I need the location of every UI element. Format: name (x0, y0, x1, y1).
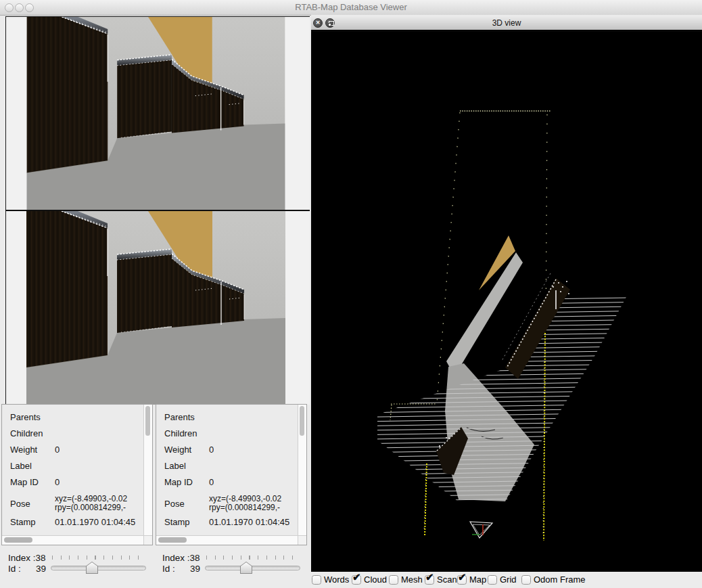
scrollbar-thumb[interactable] (300, 406, 304, 436)
slider-thumb[interactable] (86, 562, 98, 574)
toggle-map[interactable]: ✔Map (457, 574, 486, 585)
field-label: Weight (10, 445, 55, 455)
field-label: Parents (164, 412, 209, 423)
slider-thumb[interactable] (240, 562, 252, 574)
scrollbar-thumb[interactable] (158, 537, 187, 543)
id-readout: Id :39 (8, 564, 21, 574)
field-value: 01.01.1970 01:04:45 (55, 517, 135, 528)
index-readout: Index :38 (8, 553, 46, 563)
checkbox[interactable]: ✔ (312, 575, 321, 585)
id-readout: Id :39 (162, 564, 175, 574)
field-value: 0 (55, 477, 60, 488)
field-label: Children (10, 428, 55, 439)
horizontal-scrollbar[interactable] (2, 535, 144, 545)
toggle-cloud[interactable]: ✔Cloud (352, 574, 387, 585)
scrollbar-thumb[interactable] (4, 537, 32, 543)
horizontal-scrollbar[interactable] (156, 535, 298, 545)
checkmark-icon: ✔ (352, 571, 361, 583)
checkbox[interactable]: ✔ (425, 575, 434, 585)
field-label: Map ID (10, 477, 55, 488)
field-label: Pose (10, 499, 55, 509)
frame-selector-a: Index :38 Id :39 (5, 550, 150, 579)
node-info-panel-a: Parents Children Weight0 Label Map ID0 P… (1, 404, 153, 545)
3d-view-dock: 3D view (311, 15, 702, 588)
checkbox[interactable]: ✔ (488, 575, 497, 585)
camera-image-view-b[interactable] (26, 211, 285, 405)
rtabmap-database-viewer-window: RTAB-Map Database Viewer (0, 0, 702, 588)
dock-title: 3D view (311, 18, 702, 28)
field-label: Pose (164, 499, 209, 509)
frame-selector-b: Index :38 Id :39 (160, 550, 304, 579)
toggle-scan[interactable]: ✔Scan (425, 574, 457, 585)
scrollbar-corner (143, 535, 152, 545)
field-value: xyz=(-8.49903,-0.02rpy=(0.000814299,- (55, 495, 127, 513)
field-label: Map ID (164, 477, 209, 488)
scrollbar-thumb[interactable] (145, 406, 150, 436)
vertical-scrollbar[interactable] (143, 405, 152, 536)
render-toggle-bar: ✔Words ✔Cloud ✔Mesh ✔Scan ✔Map ✔Grid ✔Od… (311, 572, 702, 588)
field-value: 0 (209, 477, 214, 488)
field-value: 0 (209, 445, 214, 455)
field-label: Children (164, 428, 209, 439)
checkmark-icon: ✔ (425, 571, 434, 583)
dock-header: 3D view (311, 16, 702, 32)
field-label: Stamp (164, 517, 209, 528)
field-value: 0 (55, 445, 60, 455)
scrollbar-corner (298, 535, 306, 545)
field-value: 01.01.1970 01:04:45 (209, 517, 289, 528)
field-label: Weight (164, 445, 209, 455)
field-value: xyz=(-8.49903,-0.02rpy=(0.000814299,- (209, 495, 281, 513)
title-bar: RTAB-Map Database Viewer (0, 0, 702, 16)
slider-ticks (52, 556, 147, 560)
index-readout: Index :38 (162, 553, 200, 563)
field-label: Label (164, 461, 209, 472)
camera-image-view-a[interactable] (26, 17, 285, 210)
field-label: Stamp (10, 517, 55, 528)
toggle-grid[interactable]: ✔Grid (488, 574, 517, 585)
toggle-mesh[interactable]: ✔Mesh (389, 574, 423, 585)
image-views-frame (5, 16, 310, 405)
checkbox[interactable]: ✔ (389, 575, 398, 585)
slider-ticks (206, 556, 301, 560)
window-title: RTAB-Map Database Viewer (0, 2, 702, 12)
checkmark-icon: ✔ (458, 571, 467, 583)
node-info-panel-b: Parents Children Weight0 Label Map ID0 P… (156, 404, 307, 545)
checkbox[interactable]: ✔ (521, 575, 531, 585)
id-slider[interactable] (205, 566, 300, 570)
checkbox[interactable]: ✔ (457, 575, 467, 585)
field-label: Label (10, 461, 55, 472)
field-label: Parents (10, 412, 55, 423)
3d-viewport[interactable] (311, 32, 702, 572)
checkbox[interactable]: ✔ (352, 575, 361, 585)
toggle-words[interactable]: ✔Words (312, 574, 349, 585)
point-cloud-scene (311, 32, 702, 572)
toggle-odom-frame[interactable]: ✔Odom Frame (521, 574, 586, 585)
vertical-scrollbar[interactable] (298, 405, 306, 536)
id-slider[interactable] (51, 566, 146, 570)
